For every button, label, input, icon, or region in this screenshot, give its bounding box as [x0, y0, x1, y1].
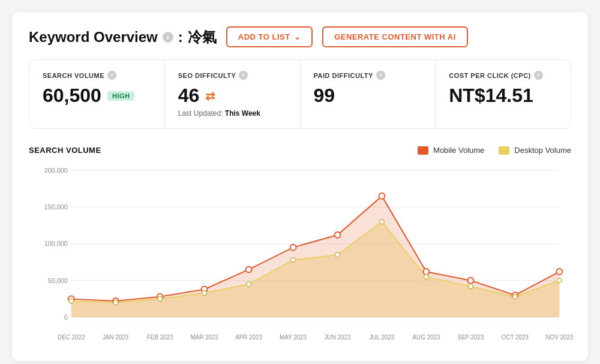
svg-point-22	[69, 299, 74, 303]
seo-difficulty-value: 46 ⇄	[178, 85, 287, 107]
svg-text:0: 0	[64, 314, 68, 321]
svg-point-29	[380, 219, 385, 224]
title-text: Keyword Overview	[29, 29, 158, 46]
svg-point-17	[379, 193, 385, 199]
svg-point-24	[158, 296, 163, 301]
svg-point-28	[335, 252, 340, 257]
search-volume-info-icon[interactable]: ?	[107, 71, 116, 80]
paid-difficulty-value: 99	[314, 85, 422, 107]
svg-text:JAN 2023: JAN 2023	[103, 334, 129, 341]
cpc-value: NT$14.51	[449, 85, 557, 107]
page-header: Keyword Overview i : 冷氣 ADD TO LIST ⌄ GE…	[29, 26, 571, 47]
stats-row: SEARCH VOLUME ? 60,500 HIGH SEO DIFFICUL…	[29, 59, 571, 129]
high-badge: HIGH	[107, 91, 135, 101]
cpc-info-icon[interactable]: ?	[534, 71, 543, 80]
stat-card-search-volume: SEARCH VOLUME ? 60,500 HIGH	[29, 60, 165, 128]
stat-card-seo-difficulty: SEO DIFFICULTY ? 46 ⇄ Last Updated: This…	[165, 60, 301, 128]
add-to-list-label: ADD TO LIST	[238, 32, 290, 41]
svg-point-31	[468, 284, 473, 289]
svg-text:200,000: 200,000	[44, 167, 68, 174]
svg-point-15	[290, 245, 296, 251]
legend-mobile-label: Mobile Volume	[433, 146, 484, 155]
svg-text:SEP 2023: SEP 2023	[457, 334, 484, 341]
main-container: Keyword Overview i : 冷氣 ADD TO LIST ⌄ GE…	[12, 12, 588, 361]
svg-point-25	[202, 291, 207, 296]
stat-card-cpc: COST PER CLICK (CPC) ? NT$14.51	[436, 60, 571, 128]
search-volume-value: 60,500 HIGH	[43, 85, 151, 107]
svg-point-27	[291, 257, 296, 262]
svg-text:APR 2023: APR 2023	[235, 334, 262, 341]
svg-text:OCT 2023: OCT 2023	[502, 334, 529, 341]
svg-text:150,000: 150,000	[44, 203, 68, 210]
paid-difficulty-info-icon[interactable]: ?	[376, 71, 385, 80]
svg-text:DEC 2022: DEC 2022	[58, 334, 85, 341]
legend-desktop: Desktop Volume	[499, 146, 571, 155]
svg-text:NOV 2023: NOV 2023	[545, 334, 573, 341]
svg-point-23	[113, 300, 118, 305]
search-volume-label: SEARCH VOLUME ?	[43, 71, 151, 80]
svg-point-33	[557, 278, 562, 283]
chart-legend: Mobile Volume Desktop Volume	[418, 146, 571, 155]
paid-difficulty-label: PAID DIFFICULTY ?	[314, 71, 422, 80]
refresh-icon[interactable]: ⇄	[205, 89, 215, 103]
svg-point-30	[424, 275, 429, 279]
cpc-label: COST PER CLICK (CPC) ?	[449, 71, 557, 80]
legend-desktop-dot	[499, 146, 509, 155]
seo-difficulty-label: SEO DIFFICULTY ?	[178, 71, 287, 80]
last-updated: Last Updated: This Week	[178, 109, 287, 118]
legend-mobile: Mobile Volume	[418, 146, 484, 155]
stat-card-paid-difficulty: PAID DIFFICULTY ? 99	[301, 60, 436, 128]
svg-text:MAY 2023: MAY 2023	[280, 334, 307, 341]
generate-label: GENERATE CONTENT WITH AI	[334, 32, 456, 41]
svg-point-32	[512, 294, 517, 299]
keyword-text: 冷氣	[188, 28, 217, 47]
page-title: Keyword Overview i : 冷氣	[29, 28, 217, 47]
svg-point-16	[335, 232, 341, 238]
chart-container: 050,000100,000150,000200,000DEC 2022JAN …	[29, 164, 571, 344]
add-to-list-button[interactable]: ADD TO LIST ⌄	[226, 26, 313, 47]
svg-text:JUL 2023: JUL 2023	[370, 334, 395, 341]
svg-text:FEB 2023: FEB 2023	[147, 334, 173, 341]
svg-text:JUN 2023: JUN 2023	[325, 334, 351, 341]
generate-content-button[interactable]: GENERATE CONTENT WITH AI	[322, 26, 468, 47]
legend-mobile-dot	[418, 146, 428, 155]
svg-point-14	[246, 266, 252, 272]
svg-text:MAR 2023: MAR 2023	[190, 334, 218, 341]
title-separator: :	[178, 29, 183, 46]
legend-desktop-label: Desktop Volume	[514, 146, 571, 155]
svg-text:AUG 2023: AUG 2023	[413, 334, 440, 341]
svg-point-26	[247, 282, 251, 287]
title-info-icon[interactable]: i	[163, 32, 173, 43]
chart-title: SEARCH VOLUME	[29, 146, 101, 155]
chevron-down-icon: ⌄	[294, 32, 301, 41]
chart-header: SEARCH VOLUME Mobile Volume Desktop Volu…	[29, 146, 571, 155]
seo-difficulty-info-icon[interactable]: ?	[239, 71, 248, 80]
svg-text:50,000: 50,000	[48, 277, 68, 284]
chart-svg: 050,000100,000150,000200,000DEC 2022JAN …	[29, 164, 571, 344]
svg-text:100,000: 100,000	[44, 240, 68, 247]
chart-section: SEARCH VOLUME Mobile Volume Desktop Volu…	[29, 146, 571, 344]
svg-point-21	[556, 269, 562, 275]
svg-point-18	[424, 269, 430, 275]
svg-point-19	[468, 278, 474, 284]
